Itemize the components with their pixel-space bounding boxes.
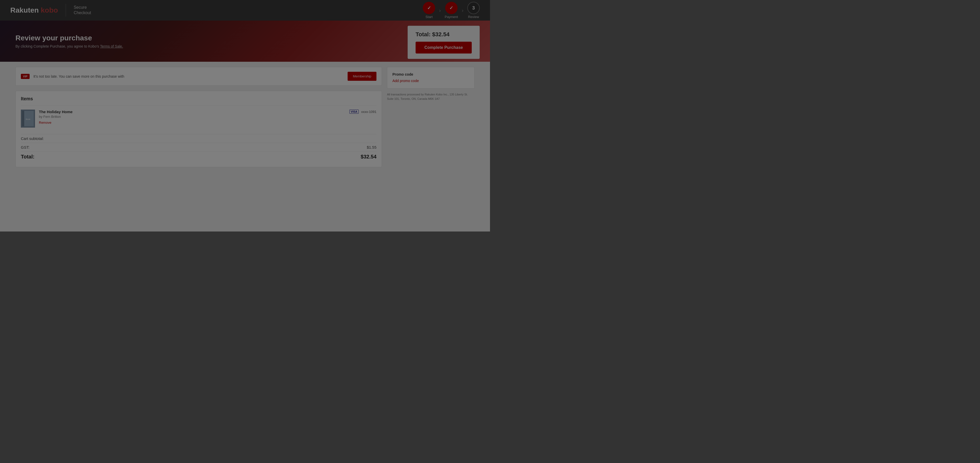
modal-overlay[interactable]	[0, 0, 490, 232]
